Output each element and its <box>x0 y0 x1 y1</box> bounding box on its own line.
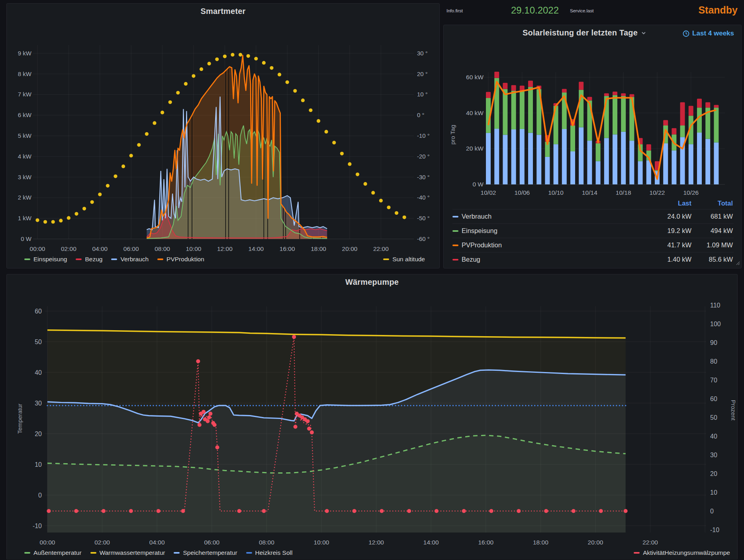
bar-verbrauch[interactable] <box>545 157 550 184</box>
bar-einspeisung[interactable] <box>680 125 685 137</box>
axis-tick-label: 110 <box>710 302 721 309</box>
axis-tick-label: 10/10 <box>548 189 564 196</box>
bar-einspeisung[interactable] <box>697 108 702 133</box>
sun-altitude-dot <box>332 141 336 144</box>
smartmeter-chart: 0 W1 kW2 kW3 kW4 kW5 kW6 kW7 kW8 kW9 kW3… <box>7 4 440 269</box>
legend-item[interactable]: Verbrauch <box>111 256 149 263</box>
legend-swatch <box>24 258 30 260</box>
resize-handle-icon[interactable] <box>735 260 740 267</box>
bar-verbrauch[interactable] <box>579 127 583 184</box>
bar-bezug[interactable] <box>579 82 583 90</box>
bar-einspeisung[interactable] <box>528 87 533 133</box>
bar-verbrauch[interactable] <box>672 151 676 184</box>
col-header-last[interactable]: Last <box>652 200 691 207</box>
table-row[interactable]: PVProduktion41.7 kW1.09 MW <box>452 238 734 252</box>
col-header-total[interactable]: Total <box>695 200 734 207</box>
status-value: Standby <box>698 4 738 16</box>
axis-tick-label: 40 <box>35 369 42 376</box>
bar-verbrauch[interactable] <box>621 132 626 184</box>
bar-bezug[interactable] <box>486 92 491 98</box>
axis-tick-label: 14:00 <box>248 245 264 252</box>
bar-verbrauch[interactable] <box>638 161 643 184</box>
bar-einspeisung[interactable] <box>511 91 516 129</box>
sun-altitude-dot <box>317 119 320 123</box>
bar-verbrauch[interactable] <box>570 151 575 184</box>
bar-verbrauch[interactable] <box>486 133 491 184</box>
bar-einspeisung[interactable] <box>596 143 601 161</box>
bar-bezug[interactable] <box>697 99 702 108</box>
bar-bezug[interactable] <box>629 94 634 97</box>
bar-bezug[interactable] <box>503 83 507 89</box>
aktivitaet-marker <box>380 509 384 513</box>
bar-verbrauch[interactable] <box>520 129 525 184</box>
bar-bezug[interactable] <box>587 97 592 100</box>
axis-tick-label: 60 <box>710 396 717 402</box>
bar-einspeisung[interactable] <box>613 95 617 135</box>
axis-tick-label: 2 kW <box>18 194 32 201</box>
bar-verbrauch[interactable] <box>663 143 668 184</box>
bar-verbrauch[interactable] <box>562 129 567 184</box>
bar-verbrauch[interactable] <box>503 135 507 184</box>
bar-verbrauch[interactable] <box>689 144 693 184</box>
legend-item[interactable]: Heizkreis Soll <box>246 549 293 556</box>
bar-bezug[interactable] <box>672 128 676 135</box>
bar-verbrauch[interactable] <box>554 144 558 184</box>
sun-altitude-dot <box>51 220 55 223</box>
bar-bezug[interactable] <box>494 72 499 78</box>
bar-verbrauch[interactable] <box>587 141 592 184</box>
bar-bezug[interactable] <box>705 102 710 108</box>
bar-bezug[interactable] <box>646 144 651 151</box>
bar-bezug[interactable] <box>680 102 685 125</box>
table-row[interactable]: Verbrauch24.0 kW681 kW <box>452 209 734 223</box>
legend-item[interactable]: AktivitätHeizungsumwälzpumpe <box>634 549 730 556</box>
bar-bezug[interactable] <box>613 92 617 95</box>
bar-bezug[interactable] <box>511 85 516 91</box>
axis-tick-label: -10 <box>33 523 42 529</box>
bar-verbrauch[interactable] <box>697 133 702 184</box>
bar-bezug[interactable] <box>528 81 533 87</box>
aktivitaet-marker <box>208 412 212 416</box>
bar-bezug[interactable] <box>714 105 719 108</box>
axis-tick-label: -10 <box>710 527 719 533</box>
sun-altitude-dot <box>348 162 351 166</box>
bar-einspeisung[interactable] <box>714 108 719 142</box>
legend-item[interactable]: Speichertemperatur <box>174 549 237 556</box>
axis-tick-label: 10/14 <box>582 189 597 196</box>
axis-tick-label: 30 <box>35 400 42 407</box>
bar-verbrauch[interactable] <box>613 134 617 184</box>
bar-bezug[interactable] <box>562 89 567 92</box>
bar-verbrauch[interactable] <box>629 141 634 184</box>
sun-altitude-dot <box>262 61 266 65</box>
legend-item[interactable]: Einspeisung <box>24 256 67 263</box>
legend-item[interactable]: PVProduktion <box>157 256 204 263</box>
bar-bezug[interactable] <box>621 93 626 96</box>
legend-item[interactable]: Warmwassertemperatur <box>90 549 165 556</box>
legend-item[interactable]: Bezug <box>76 256 102 263</box>
aktivitaet-marker <box>157 509 161 513</box>
bar-bezug[interactable] <box>689 106 693 116</box>
bar-einspeisung[interactable] <box>621 96 626 132</box>
bar-verbrauch[interactable] <box>511 129 516 184</box>
bar-verbrauch[interactable] <box>528 133 533 184</box>
table-row[interactable]: Einspeisung19.2 kW494 kW <box>452 223 734 238</box>
bar-einspeisung[interactable] <box>570 125 575 151</box>
series-name: Verbrauch <box>462 213 491 220</box>
solar-chart: 0 W20 kW40 kW60 kW10/0210/0610/1010/1410… <box>444 25 742 200</box>
sun-altitude-dot <box>364 182 367 186</box>
legend-swatch <box>452 230 458 232</box>
bar-verbrauch[interactable] <box>536 135 541 184</box>
legend-item[interactable]: Sun altitude <box>383 256 425 263</box>
legend-item[interactable]: Außentemperatur <box>24 549 82 556</box>
bar-bezug[interactable] <box>663 120 668 125</box>
bar-bezug[interactable] <box>604 93 609 96</box>
bar-verbrauch[interactable] <box>604 138 609 184</box>
sun-altitude-dot <box>387 206 390 209</box>
bar-einspeisung[interactable] <box>520 91 525 129</box>
bar-einspeisung[interactable] <box>503 89 507 135</box>
bar-verbrauch[interactable] <box>705 139 710 184</box>
bar-verbrauch[interactable] <box>494 129 499 184</box>
bar-verbrauch[interactable] <box>714 143 719 184</box>
axis-tick-label: 0 ° <box>417 112 425 118</box>
bar-verbrauch[interactable] <box>596 161 601 184</box>
table-row[interactable]: Bezug1.40 kW85.6 kW <box>452 252 734 266</box>
